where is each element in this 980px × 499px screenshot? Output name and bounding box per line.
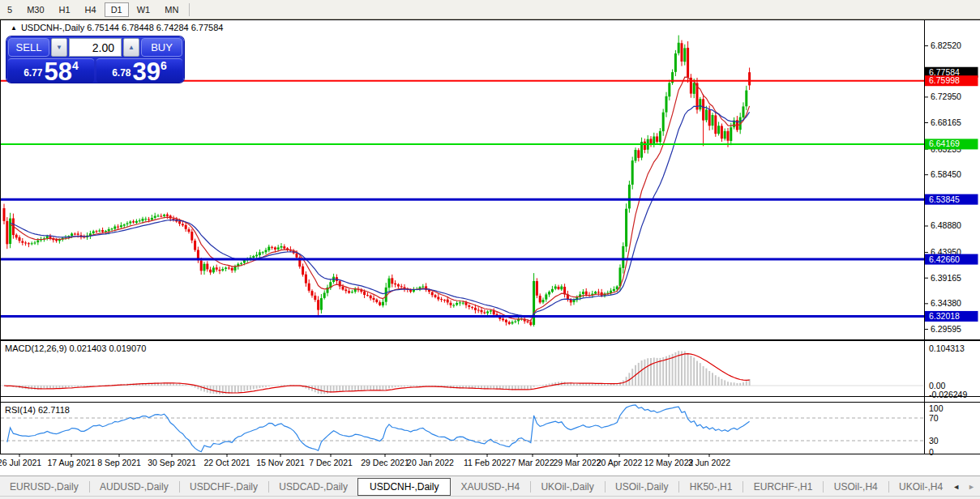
svg-text:0.00: 0.00 [929,381,946,390]
buy-price-display[interactable]: 6.78 39 6 [96,58,182,83]
tab-ukoil-h4[interactable]: UKOil-,H4 [889,479,952,495]
one-click-trading-panel: SELL ▼ 2.00 ▲ BUY 6.77 58 4 6.78 39 6 [6,36,184,83]
svg-text:12 May 2022: 12 May 2022 [644,458,694,467]
sell-price-display[interactable]: 6.77 58 4 [8,58,94,83]
tab-eurusd-daily[interactable]: EURUSD-,Daily [0,479,88,495]
chart-title: ▲USDCNH-,Daily 6.75144 6.78448 6.74284 6… [11,23,223,32]
svg-text:6.34380: 6.34380 [931,298,961,308]
sell-price-point: 4 [72,59,79,72]
svg-text:26 Jul 2021: 26 Jul 2021 [0,458,41,467]
tab-usdcnh-daily[interactable]: USDCNH-,Daily [357,478,451,496]
svg-text:29 Mar 2022: 29 Mar 2022 [554,458,601,467]
svg-text:30: 30 [929,436,939,446]
svg-text:15 Nov 2021: 15 Nov 2021 [256,458,305,467]
svg-text:11 Feb 2022: 11 Feb 2022 [464,458,511,467]
timeframe-button-mn[interactable]: MN [158,2,185,17]
svg-text:6.42660: 6.42660 [929,254,960,264]
svg-text:6.58450: 6.58450 [931,169,961,179]
svg-text:22 Oct 2021: 22 Oct 2021 [203,458,250,467]
svg-text:20 Jan 2022: 20 Jan 2022 [407,458,454,467]
svg-text:6.72950: 6.72950 [931,92,961,101]
sell-price-pips: 58 [45,61,72,83]
timeframe-button-5[interactable]: 5 [1,2,19,17]
svg-text:6.29595: 6.29595 [931,324,961,334]
tabs-scroll-right-icon[interactable]: ► [968,483,975,491]
timeframe-button-h4[interactable]: H4 [79,2,103,17]
svg-text:30 Sep 2021: 30 Sep 2021 [148,458,196,467]
timeframe-button-w1[interactable]: W1 [131,2,157,17]
svg-text:6.64169: 6.64169 [929,139,960,148]
svg-text:29 Dec 2021: 29 Dec 2021 [361,458,409,467]
buy-price-point: 6 [160,59,167,72]
chart-tabs: EURUSD-,DailyAUDUSD-,DailyUSDCHF-,DailyU… [0,476,980,497]
svg-text:-0.026249: -0.026249 [929,390,967,399]
macd-label: MACD(12,26,9) 0.021403 0.019070 [5,343,146,353]
svg-text:6.48880: 6.48880 [931,220,961,230]
buy-button[interactable]: BUY [141,38,182,57]
buy-price-prefix: 6.78 [112,67,131,79]
chart-background [0,19,980,475]
collapse-panel-icon[interactable]: ▲ [11,24,17,32]
chevron-up-icon: ▲ [128,44,135,51]
tab-hk50-h1[interactable]: HK50-,H1 [680,479,742,495]
timeframe-toolbar: 5M30H1H4D1W1MN [0,0,980,19]
svg-text:6.68165: 6.68165 [931,117,961,127]
tab-audusd-daily[interactable]: AUDUSD-,Daily [90,479,178,495]
sell-price-prefix: 6.77 [24,67,42,79]
timeframe-button-d1[interactable]: D1 [105,2,129,17]
volume-input[interactable]: 2.00 [69,38,122,57]
svg-text:7 Mar 2022: 7 Mar 2022 [511,458,554,467]
rsi-label: RSI(14) 62.7118 [5,405,70,415]
timeframe-button-m30[interactable]: M30 [20,2,50,17]
buy-price-pips: 39 [133,61,160,83]
svg-text:0.104313: 0.104313 [929,343,965,353]
status-bar [0,496,980,499]
tab-eurchf-h1[interactable]: EURCHF-,H1 [744,479,823,495]
tabs-scroll-left-icon[interactable]: ◄ [952,483,960,491]
svg-text:70: 70 [929,413,939,423]
svg-text:0: 0 [929,447,934,457]
sell-button[interactable]: SELL [8,38,49,57]
chevron-down-icon: ▼ [56,44,62,51]
svg-text:6.39165: 6.39165 [931,273,961,283]
tab-usoil-h4[interactable]: USOil-,H4 [824,479,888,495]
toolbar-separator [189,3,190,16]
tab-xauusd-h4[interactable]: XAUUSD-,H4 [451,479,529,495]
chart-ohlc-values: 6.75144 6.78448 6.74284 6.77584 [87,23,223,32]
svg-text:6.32018: 6.32018 [929,311,960,321]
svg-text:100: 100 [929,403,944,413]
svg-text:6.82520: 6.82520 [931,41,961,50]
svg-text:7 Dec 2021: 7 Dec 2021 [309,458,353,467]
mt4-window: 5M30H1H4D1W1MN 6.825206.729506.681656.63… [0,0,980,499]
svg-text:8 Sep 2021: 8 Sep 2021 [97,458,141,467]
tab-usdcad-daily[interactable]: USDCAD-,Daily [269,479,357,495]
tab-usdchf-daily[interactable]: USDCHF-,Daily [180,479,267,495]
svg-text:20 Apr 2022: 20 Apr 2022 [597,458,643,467]
chart-symbol-label: USDCNH-,Daily [21,23,84,32]
timeframe-button-h1[interactable]: H1 [53,2,77,17]
svg-text:17 Aug 2021: 17 Aug 2021 [48,458,96,467]
tab-usoil-daily[interactable]: USOil-,Daily [606,479,678,495]
tab-scroll-arrows: ◄► [952,483,975,491]
volume-increase-button[interactable]: ▲ [123,38,139,57]
tab-ukoil-daily[interactable]: UKOil-,Daily [531,479,603,495]
svg-text:6.75998: 6.75998 [929,75,960,85]
svg-text:6.53845: 6.53845 [929,194,960,204]
volume-decrease-button[interactable]: ▼ [51,38,67,57]
svg-text:3 Jun 2022: 3 Jun 2022 [688,458,730,467]
